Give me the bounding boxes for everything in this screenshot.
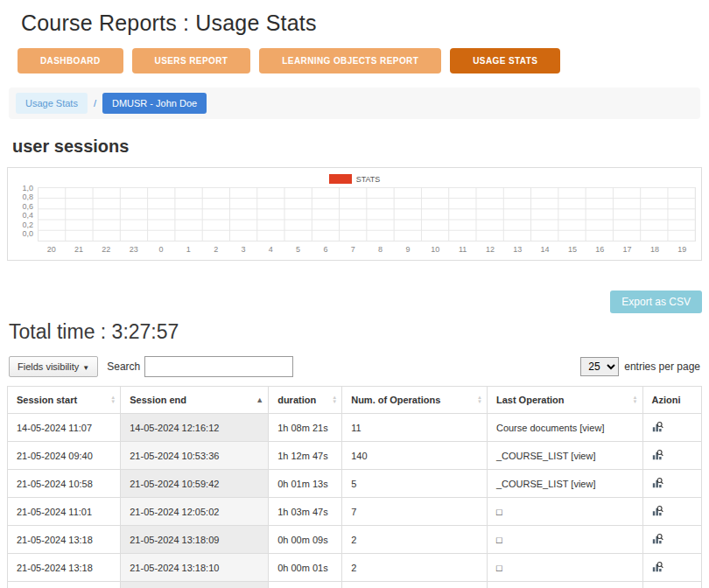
sort-both-icon: ▲▼	[633, 396, 638, 404]
cell-azioni	[642, 554, 701, 582]
fields-visibility-button[interactable]: Fields visibility▼	[9, 356, 98, 377]
sort-both-icon: ▲▼	[332, 396, 337, 404]
column-header-label: Session end	[130, 395, 186, 405]
tab-users-report[interactable]: USERS REPORT	[132, 48, 251, 74]
cell-duration: 0h 00m 09s	[269, 526, 342, 554]
x-tick-label: 5	[284, 245, 312, 254]
tab-usage-stats[interactable]: USAGE STATS	[450, 48, 560, 74]
y-tick-label: 0,0	[22, 229, 33, 238]
cell-last-operation: _COURSE_LIST [view]	[487, 470, 642, 498]
entries-per-page-label: entries per page	[624, 360, 700, 373]
breadcrumb-separator: /	[94, 98, 96, 108]
tab-learning-objects-report[interactable]: LEARNING OBJECTS REPORT	[259, 48, 441, 74]
column-header-label: Num. of Operations	[351, 395, 440, 405]
cell-last-operation: _COURSE_LIST [view]	[487, 442, 642, 470]
page-title: Course Reports : Usage Stats	[7, 7, 702, 48]
x-tick-label: 18	[641, 245, 668, 254]
x-tick-label: 22	[93, 245, 120, 254]
cell-last-operation: □	[487, 554, 642, 582]
cell-last-operation: □	[487, 498, 642, 526]
column-header-session-start[interactable]: Session start▲▼	[8, 387, 121, 414]
cell-session-start: 21-05-2024 13:18	[8, 582, 121, 588]
cell-duration: 0h 01m 13s	[269, 470, 342, 498]
y-tick-label: 1,0	[22, 184, 33, 192]
y-tick-label: 0,4	[22, 211, 33, 220]
column-header-last-operation[interactable]: Last Operation▲▼	[487, 387, 642, 414]
user-sessions-heading: user sessions	[7, 119, 702, 167]
chart-grid	[38, 187, 696, 242]
column-header-label: Session start	[17, 395, 77, 405]
page: Course Reports : Usage Stats DASHBOARDUS…	[0, 0, 709, 588]
cell-session-end: 14-05-2024 12:16:12	[121, 414, 269, 442]
stats-view-icon[interactable]	[652, 561, 663, 574]
x-tick-label: 0	[147, 245, 174, 254]
cell-session-start: 21-05-2024 13:18	[8, 554, 121, 582]
x-tick-label: 17	[614, 245, 641, 254]
x-tick-label: 10	[422, 245, 449, 254]
legend-swatch-stats	[329, 174, 352, 184]
x-tick-label: 12	[476, 245, 503, 254]
column-header-label: duration	[277, 395, 316, 405]
table-row: 14-05-2024 11:0714-05-2024 12:16:121h 08…	[8, 414, 702, 442]
stats-view-icon[interactable]	[652, 477, 663, 490]
cell-session-end: 21-05-2024 10:59:42	[121, 470, 269, 498]
table-row: 21-05-2024 13:1821-05-2024 13:18:090h 00…	[8, 526, 702, 554]
cell-session-start: 21-05-2024 09:40	[8, 442, 121, 470]
search-label: Search	[107, 360, 140, 373]
user-sessions-chart: STATS 1,00,80,60,40,20,0 202122230123456…	[7, 167, 702, 261]
x-tick-label: 2	[202, 245, 229, 254]
stats-view-icon[interactable]	[652, 449, 663, 462]
total-time: Total time : 3:27:57	[7, 320, 702, 356]
export-csv-button[interactable]: Export as CSV	[610, 290, 702, 313]
column-header-azioni: Azioni	[642, 387, 701, 414]
tab-dashboard[interactable]: DASHBOARD	[18, 48, 123, 74]
x-tick-label: 8	[367, 245, 394, 254]
column-header-num-of-operations[interactable]: Num. of Operations▲▼	[342, 387, 488, 414]
cell-session-end: 21-05-2024 12:05:02	[121, 498, 269, 526]
column-header-duration[interactable]: duration▲▼	[269, 387, 342, 414]
cell-num-of-operations: 2	[342, 554, 488, 582]
x-tick-label: 7	[340, 245, 367, 254]
sort-both-icon: ▲▼	[110, 396, 116, 404]
cell-session-start: 21-05-2024 13:18	[8, 526, 121, 554]
cell-last-operation: Course documents [view]	[487, 414, 642, 442]
x-tick-label: 16	[586, 245, 614, 254]
cell-session-start: 21-05-2024 10:58	[8, 470, 121, 498]
cell-num-of-operations: 5	[342, 470, 488, 498]
table-row: 21-05-2024 13:1821-05-2024 13:18:100h 00…	[8, 554, 702, 582]
cell-num-of-operations: 140	[342, 442, 488, 470]
x-tick-label: 19	[669, 245, 696, 254]
cell-num-of-operations: 4	[342, 582, 488, 588]
breadcrumb-current-user[interactable]: DMUSR - John Doe	[102, 93, 207, 114]
search-control: Search	[107, 356, 293, 377]
cell-duration: 0h 00m 15s	[269, 582, 342, 588]
column-header-label: Azioni	[652, 395, 681, 405]
x-tick-label: 21	[65, 245, 92, 254]
x-tick-label: 9	[394, 245, 421, 254]
cell-azioni	[642, 582, 701, 588]
stats-view-icon[interactable]	[652, 505, 663, 518]
x-tick-label: 15	[558, 245, 586, 254]
table-row: 21-05-2024 13:1821-05-2024 13:18:260h 00…	[8, 582, 702, 588]
cell-duration: 1h 12m 47s	[269, 442, 342, 470]
table-row: 21-05-2024 09:4021-05-2024 10:53:361h 12…	[8, 442, 702, 470]
x-axis-labels: 20212223012345678910111213141516171819	[38, 242, 696, 258]
fields-visibility-label: Fields visibility	[18, 361, 79, 372]
tab-bar: DASHBOARDUSERS REPORTLEARNING OBJECTS RE…	[7, 48, 702, 74]
cell-last-operation: Course documents [view]	[487, 582, 642, 588]
x-tick-label: 4	[257, 245, 284, 254]
breadcrumb: Usage Stats / DMUSR - John Doe	[9, 88, 700, 119]
search-input[interactable]	[144, 356, 293, 377]
sort-asc-icon: ▲	[256, 396, 263, 404]
sort-both-icon: ▲▼	[477, 396, 482, 404]
breadcrumb-usage-stats[interactable]: Usage Stats	[16, 93, 88, 114]
stats-view-icon[interactable]	[652, 533, 663, 546]
chart-legend: STATS	[13, 172, 696, 186]
y-tick-label: 0,2	[22, 220, 33, 229]
stats-view-icon[interactable]	[652, 421, 663, 434]
chevron-down-icon: ▼	[82, 364, 89, 372]
column-header-session-end[interactable]: Session end▲	[121, 387, 269, 414]
entries-per-page-select[interactable]: 25	[580, 357, 619, 376]
cell-azioni	[642, 526, 701, 554]
cell-num-of-operations: 2	[342, 526, 488, 554]
